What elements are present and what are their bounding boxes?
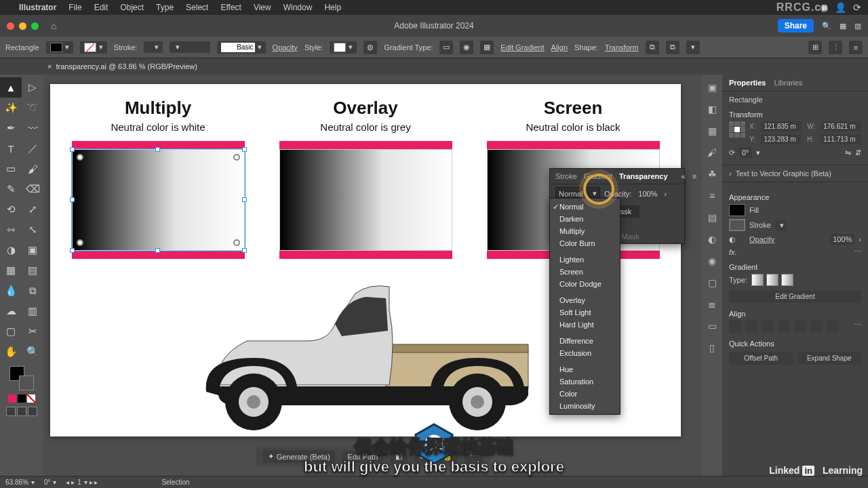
isolate2-icon[interactable]: ⧉ bbox=[666, 41, 679, 54]
blend-mode-option[interactable]: Hue bbox=[550, 363, 620, 375]
rotate-tool-icon[interactable]: ⟲ bbox=[0, 199, 22, 220]
transform-h-value[interactable]: 111.713 m bbox=[821, 134, 861, 144]
draw-normal-icon[interactable] bbox=[6, 407, 16, 416]
stroke-weight-dropdown[interactable]: ▾ bbox=[144, 41, 162, 53]
gradient-linear-icon[interactable] bbox=[751, 274, 764, 286]
opacity-value[interactable]: 100% bbox=[830, 234, 854, 245]
stroke-weight-dropdown[interactable]: ▾ bbox=[775, 220, 787, 231]
transform-label[interactable]: Transform bbox=[605, 43, 639, 52]
gradient-stop-icon[interactable] bbox=[233, 154, 240, 161]
align-vcenter-icon[interactable] bbox=[794, 321, 806, 333]
align-right-icon[interactable] bbox=[762, 321, 774, 333]
shape-builder-tool-icon[interactable]: ◑ bbox=[0, 240, 22, 260]
tab-properties[interactable]: Properties bbox=[729, 79, 766, 87]
artboard-tool-icon[interactable]: ▢ bbox=[0, 321, 22, 342]
panel-cc-libraries-icon[interactable]: ▣ bbox=[706, 81, 718, 94]
search-icon[interactable]: 🔍 bbox=[822, 22, 831, 30]
panel-color-icon[interactable]: ◧ bbox=[706, 103, 718, 115]
width-tool-icon[interactable]: ⇿ bbox=[0, 220, 22, 240]
zoom-level-dropdown[interactable]: 63.86% ▾ bbox=[5, 479, 35, 486]
tab-transparency[interactable]: Transparency bbox=[619, 172, 668, 180]
gradient-freeform-icon[interactable]: ▦ bbox=[480, 41, 494, 54]
more-options-icon[interactable]: ⋯ bbox=[854, 247, 861, 256]
panel-menu-icon[interactable]: ≡ bbox=[849, 41, 863, 54]
opacity-label[interactable]: Opacity bbox=[273, 43, 298, 52]
menu-edit[interactable]: Edit bbox=[94, 3, 108, 12]
curvature-tool-icon[interactable]: 〰 bbox=[22, 118, 43, 138]
transform-rotation-value[interactable]: 0° bbox=[739, 147, 752, 158]
slice-tool-icon[interactable]: ✂ bbox=[22, 321, 43, 342]
transform-y-value[interactable]: 123.283 m bbox=[761, 134, 802, 144]
selection-handle[interactable] bbox=[155, 147, 160, 152]
menu-window[interactable]: Window bbox=[283, 3, 313, 12]
fill-stroke-control[interactable] bbox=[9, 366, 34, 390]
home-icon[interactable]: ⌂ bbox=[51, 20, 56, 31]
panel-layers-icon[interactable]: ≣ bbox=[706, 298, 718, 310]
expand-shape-button[interactable]: Expand Shape bbox=[797, 352, 862, 365]
panel-appearance-icon[interactable]: ◉ bbox=[706, 255, 718, 267]
stroke-swatch[interactable] bbox=[19, 375, 34, 390]
collapse-panel-icon[interactable]: « bbox=[682, 172, 686, 180]
panel-swatches-icon[interactable]: ▦ bbox=[706, 125, 718, 137]
blend-mode-option[interactable]: Color Dodge bbox=[550, 278, 620, 290]
graph-tool-icon[interactable]: ▥ bbox=[22, 301, 43, 321]
blend-mode-option[interactable]: Soft Light bbox=[550, 306, 620, 319]
blend-mode-option[interactable]: Exclusion bbox=[550, 347, 620, 359]
blend-mode-option[interactable]: Lighten bbox=[550, 253, 620, 266]
selection-handle[interactable] bbox=[242, 197, 247, 202]
blend-mode-option[interactable]: Color Burn bbox=[550, 237, 620, 249]
gradient-radial-icon[interactable]: ◉ bbox=[460, 41, 473, 54]
fx-icon[interactable]: fx. bbox=[729, 248, 737, 256]
flip-vertical-icon[interactable]: ⇵ bbox=[855, 148, 861, 157]
blend-mode-option[interactable]: Darken bbox=[550, 213, 620, 225]
gradient-rectangle-selected[interactable] bbox=[72, 149, 245, 251]
prefs-icon[interactable]: ⋮ bbox=[829, 41, 842, 54]
arrange-icon[interactable]: ▦ bbox=[840, 22, 846, 30]
blend-mode-option[interactable]: Difference bbox=[550, 335, 620, 347]
magic-wand-tool-icon[interactable]: ✨ bbox=[0, 98, 22, 118]
align-left-icon[interactable] bbox=[729, 321, 741, 333]
edit-gradient-button[interactable]: Edit Gradient bbox=[729, 290, 861, 303]
color-swatch-icon[interactable] bbox=[8, 394, 16, 403]
perspective-tool-icon[interactable]: ▣ bbox=[22, 240, 43, 260]
lasso-tool-icon[interactable]: ➰ bbox=[22, 98, 43, 118]
gradient-stop-icon[interactable] bbox=[233, 239, 240, 246]
panel-menu-icon[interactable]: ≡ bbox=[692, 172, 696, 180]
type-tool-icon[interactable]: T bbox=[0, 138, 22, 159]
transform-x-value[interactable]: 121.835 m bbox=[761, 121, 802, 131]
gradient-stop-icon[interactable] bbox=[77, 239, 83, 246]
workspace-icon[interactable]: ▥ bbox=[854, 22, 861, 30]
line-tool-icon[interactable]: ／ bbox=[22, 138, 43, 159]
isolate-icon[interactable]: ⧉ bbox=[646, 41, 659, 54]
direct-selection-tool-icon[interactable]: ▷ bbox=[22, 77, 43, 98]
draw-behind-icon[interactable] bbox=[17, 407, 26, 416]
selection-tool-icon[interactable]: ▲ bbox=[0, 77, 22, 98]
symbol-tool-icon[interactable]: ☁ bbox=[0, 301, 22, 321]
mesh-tool-icon[interactable]: ▦ bbox=[0, 260, 22, 281]
gradient-radial-icon[interactable] bbox=[766, 274, 778, 286]
align-label[interactable]: Align bbox=[551, 43, 568, 52]
menu-effect[interactable]: Effect bbox=[220, 3, 241, 12]
reference-point-grid[interactable] bbox=[729, 121, 745, 138]
panel-gradient-icon[interactable]: ▤ bbox=[706, 211, 718, 224]
style-dropdown[interactable]: ▾ bbox=[330, 41, 357, 54]
stroke-swatch-dropdown[interactable]: ▾ bbox=[80, 41, 107, 54]
menu-select[interactable]: Select bbox=[186, 3, 208, 12]
gradient-tool-icon[interactable]: ▤ bbox=[22, 260, 43, 281]
window-controls[interactable] bbox=[7, 22, 39, 30]
menu-file[interactable]: File bbox=[68, 3, 81, 12]
opacity-value-field[interactable]: 100% bbox=[635, 188, 660, 199]
draw-inside-icon[interactable] bbox=[28, 407, 37, 416]
selection-handle[interactable] bbox=[242, 147, 247, 152]
stroke-swatch[interactable] bbox=[729, 219, 745, 231]
variable-width-dropdown[interactable]: ▾ bbox=[170, 41, 210, 53]
document-tab[interactable]: × transparency.ai @ 63.86 % (RGB/Preview… bbox=[47, 62, 197, 70]
selection-handle[interactable] bbox=[70, 248, 75, 253]
artboard-nav[interactable]: ◂ ▸ 1 ▾ ▸ ▸ bbox=[66, 479, 98, 486]
eyedropper-tool-icon[interactable]: 💧 bbox=[0, 281, 22, 301]
close-tab-icon[interactable]: × bbox=[47, 62, 52, 70]
selection-handle[interactable] bbox=[70, 147, 75, 152]
panel-transparency-icon[interactable]: ◐ bbox=[706, 233, 718, 245]
shape-label[interactable]: Shape: bbox=[574, 43, 598, 52]
select-similar-icon[interactable]: ▾ bbox=[686, 41, 700, 54]
